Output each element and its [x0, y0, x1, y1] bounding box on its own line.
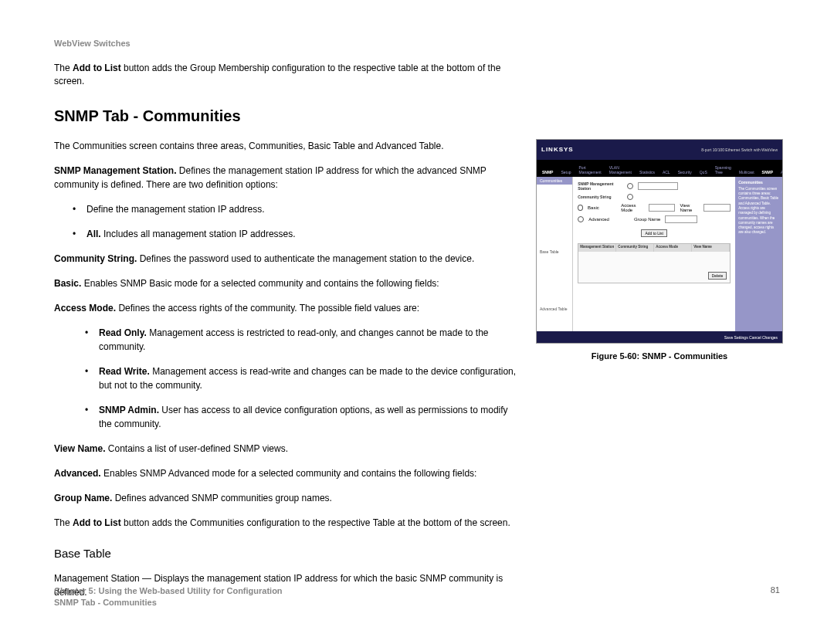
- basic-paragraph: Basic. Enables SNMP Basic mode for a sel…: [54, 276, 517, 290]
- figure-caption: Figure 5-60: SNMP - Communities: [536, 351, 783, 361]
- figure-column: LINKSYS 8-port 10/100 Ethernet Switch wi…: [536, 139, 783, 361]
- nav-item: Security: [676, 168, 694, 177]
- station-paragraph: SNMP Management Station. Defines the man…: [54, 164, 517, 192]
- basic-text: Enables SNMP Basic mode for a selected c…: [81, 278, 439, 289]
- view-bold: View Name.: [54, 443, 105, 454]
- list-item: SNMP Admin. User has access to all devic…: [85, 403, 517, 431]
- help-text: The Communities screen contains three ar…: [738, 187, 779, 236]
- footer-section: SNMP Tab - Communities: [54, 597, 283, 608]
- nav-item: Multicast: [737, 168, 757, 177]
- access-mode-select: [649, 204, 676, 212]
- radio-icon: [627, 194, 633, 200]
- list-item: Read Only. Management access is restrict…: [85, 326, 517, 354]
- radio-icon: [578, 216, 584, 222]
- access-text: Defines the access rights of the communi…: [116, 303, 419, 314]
- help-pane: Communities The Communities screen conta…: [735, 177, 782, 331]
- add-to-list-paragraph: The Add to List button adds the Communit…: [54, 516, 517, 530]
- base-table-heading: Base Table: [54, 545, 517, 563]
- list-item: Define the management station IP address…: [73, 202, 517, 216]
- form-label: Group Name: [634, 217, 660, 222]
- base-table-grid: Management Station Community String Acce…: [578, 243, 731, 283]
- group-text: Defines advanced SNMP communities group …: [112, 493, 332, 503]
- comm-bold: Community String.: [54, 253, 137, 264]
- th: Community String: [616, 244, 654, 252]
- add-post: button adds the Communities configuratio…: [121, 517, 510, 528]
- nav-item: VLAN Management: [607, 163, 634, 177]
- li-text: Includes all management station IP addre…: [101, 229, 296, 239]
- page-header: WebView Switches: [54, 39, 780, 48]
- form-label: Access Mode: [621, 203, 644, 212]
- intro-bold: Add to List: [73, 63, 121, 73]
- radio-icon: [578, 205, 583, 211]
- th: Access Mode: [654, 244, 692, 252]
- nav-item: SNMP: [760, 168, 775, 177]
- access-mode-paragraph: Access Mode. Defines the access rights o…: [54, 301, 517, 315]
- fig-sidebar: Communities Base Table Advanced Table: [537, 177, 573, 331]
- screenshot-figure: LINKSYS 8-port 10/100 Ethernet Switch wi…: [536, 139, 783, 344]
- add-bold: Add to List: [73, 517, 121, 528]
- form-label: SNMP Management Station: [578, 181, 622, 191]
- access-mode-list: Read Only. Management access is restrict…: [54, 326, 517, 431]
- form-label: Basic: [588, 205, 599, 210]
- sidebar-item: Base Table: [537, 246, 572, 257]
- form-label: Community String: [578, 195, 622, 199]
- view-text: Contains a list of user-defined SNMP vie…: [105, 443, 288, 454]
- station-bold: SNMP Management Station.: [54, 165, 176, 176]
- product-label: 8-port 10/100 Ethernet Switch with WebVi…: [701, 147, 778, 152]
- section-heading: SNMP Tab - Communities: [54, 107, 780, 125]
- delete-button: Delete: [708, 272, 727, 280]
- add-pre: The: [54, 517, 73, 528]
- group-name-paragraph: Group Name. Defines advanced SNMP commun…: [54, 491, 517, 505]
- fig-topbar: LINKSYS 8-port 10/100 Ethernet Switch wi…: [537, 140, 782, 160]
- group-bold: Group Name.: [54, 493, 112, 503]
- th: View Name: [692, 244, 730, 252]
- adv-text: Enables SNMP Advanced mode for a selecte…: [101, 468, 477, 479]
- page-number: 81: [771, 585, 780, 608]
- li-text: Define the management station IP address…: [86, 204, 265, 215]
- list-item: Read Write. Management access is read-wr…: [85, 364, 517, 392]
- nav-item: Admin: [778, 168, 783, 177]
- page-footer: Chapter 5: Using the Web-based Utility f…: [54, 585, 780, 608]
- li-text: User has access to all device configurat…: [99, 405, 508, 429]
- ip-input: [638, 182, 678, 190]
- view-name-paragraph: View Name. Contains a list of user-defin…: [54, 442, 517, 456]
- group-name-select: [665, 215, 697, 223]
- li-bold: SNMP Admin.: [99, 405, 159, 415]
- li-bold: Read Write.: [99, 366, 150, 377]
- footer-chapter: Chapter 5: Using the Web-based Utility f…: [54, 585, 283, 597]
- intro-post: button adds the Group Membership configu…: [54, 63, 500, 86]
- radio-icon: [627, 183, 633, 189]
- li-bold: Read Only.: [99, 327, 147, 338]
- list-item: All. Includes all management station IP …: [73, 227, 517, 241]
- sidebar-item: Advanced Table: [537, 303, 572, 314]
- adv-bold: Advanced.: [54, 468, 101, 479]
- fig-main-panel: SNMP Management Station Community String…: [573, 177, 735, 331]
- li-text: Management access is read-write and chan…: [99, 366, 516, 391]
- th: Management Station: [578, 244, 616, 252]
- nav-item: QoS: [697, 168, 710, 177]
- community-string-paragraph: Community String. Defines the password u…: [54, 252, 517, 266]
- fig-nav: SNMP Setup Port Management VLAN Manageme…: [537, 160, 782, 177]
- main-text-column: The Communities screen contains three ar…: [54, 139, 517, 611]
- linksys-logo: LINKSYS: [541, 146, 574, 153]
- access-bold: Access Mode.: [54, 303, 116, 314]
- form-label: View Name: [680, 203, 699, 212]
- sidebar-active-tab: Communities: [537, 177, 572, 185]
- add-to-list-button: Add to List: [641, 229, 667, 237]
- comm-text: Defines the password used to authenticat…: [137, 253, 474, 264]
- advanced-paragraph: Advanced. Enables SNMP Advanced mode for…: [54, 466, 517, 480]
- form-label: Advanced: [588, 217, 609, 222]
- nav-item: Spanning Tree: [713, 163, 734, 177]
- intro-pre: The: [54, 63, 73, 73]
- nav-item: Setup: [558, 168, 573, 177]
- li-text: Management access is restricted to read-…: [99, 327, 489, 352]
- definition-options-list: Define the management station IP address…: [54, 202, 517, 241]
- nav-item: Statistics: [637, 168, 657, 177]
- nav-item: Port Management: [577, 163, 604, 177]
- overview-paragraph: The Communities screen contains three ar…: [54, 139, 517, 153]
- fig-body: Communities Base Table Advanced Table SN…: [537, 177, 782, 331]
- nav-tab-snmp: SNMP: [540, 168, 555, 177]
- table-header: Management Station Community String Acce…: [578, 244, 730, 252]
- fig-footer: Save Settings Cancel Changes: [537, 331, 782, 344]
- help-title: Communities: [738, 180, 779, 185]
